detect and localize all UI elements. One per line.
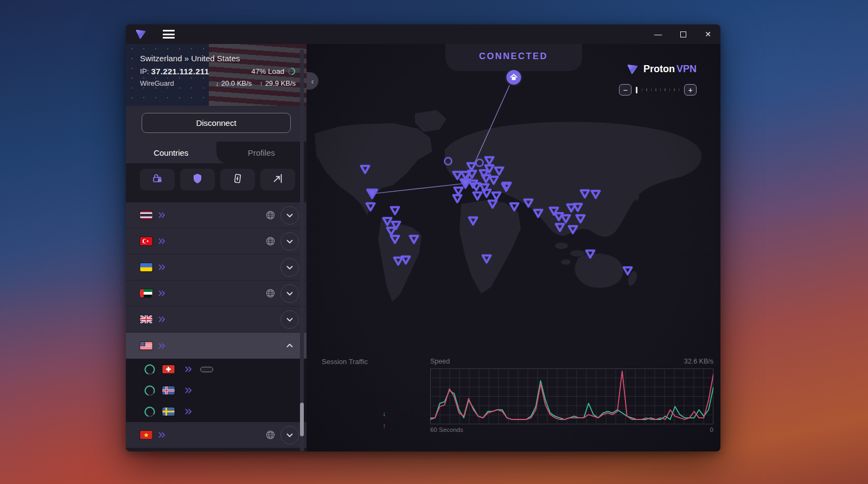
country-row-th[interactable] — [126, 202, 307, 228]
flag-ae-icon — [140, 289, 152, 297]
home-icon — [509, 73, 518, 82]
maximize-button[interactable] — [671, 24, 695, 44]
expand-country-button[interactable] — [280, 310, 299, 329]
scrollbar-thumb[interactable] — [300, 403, 304, 436]
minimize-button[interactable]: — — [646, 24, 671, 44]
brand-logo: Proton VPN — [625, 62, 697, 77]
connected-banner: CONNECTED — [445, 44, 582, 71]
up-arrow-icon: ↑ — [259, 79, 263, 87]
server-row-ch[interactable] — [126, 359, 307, 380]
flag-vn-icon — [140, 431, 152, 439]
double-chevron-icon — [158, 431, 166, 438]
tab-countries[interactable]: Countries — [126, 142, 216, 163]
double-chevron-icon — [158, 290, 166, 297]
titlebar: — ✕ — [126, 24, 720, 44]
secure-core-button[interactable] — [140, 169, 175, 190]
server-marker[interactable] — [624, 268, 632, 275]
globe-icon — [265, 236, 276, 246]
server-load-ring — [144, 385, 156, 397]
brand-vpn-text: VPN — [676, 63, 697, 75]
globe-icon — [265, 288, 276, 298]
country-row-vn[interactable] — [126, 422, 307, 448]
expand-country-button[interactable] — [280, 284, 299, 303]
netshield-button[interactable] — [180, 169, 215, 190]
kill-switch-icon — [232, 173, 244, 187]
stat-row — [322, 371, 429, 384]
stat-row — [322, 396, 429, 408]
server-marker[interactable] — [473, 183, 481, 190]
country-row-tr[interactable] — [126, 228, 307, 254]
proton-logo-icon — [133, 27, 148, 41]
zoom-out-button[interactable]: − — [619, 84, 631, 95]
header-down-speed: 20.0 KB/s — [221, 79, 252, 87]
flag-se-icon — [162, 407, 175, 416]
speed-chart: Speed 32.6 KB/s 60 Seconds 0 — [430, 358, 713, 433]
flag-th-icon — [140, 211, 152, 219]
expand-country-button[interactable] — [280, 258, 299, 277]
map-zoom-control: − + — [619, 84, 697, 95]
chart-grid — [430, 368, 713, 424]
filter-bar — [126, 163, 307, 197]
country-row-us[interactable] — [126, 333, 307, 359]
proton-triangle-icon — [625, 62, 640, 77]
flag-gb-icon — [140, 315, 152, 323]
server-load-ring — [288, 67, 296, 75]
server-marker[interactable] — [391, 207, 399, 214]
connection-route: Switzerland » United States — [140, 54, 296, 63]
zoom-in-button[interactable]: + — [684, 84, 697, 95]
server-marker[interactable] — [455, 188, 463, 195]
server-load-ring — [144, 364, 156, 375]
close-button[interactable]: ✕ — [695, 24, 720, 44]
server-load-label: 47% Load — [251, 67, 284, 75]
chart-series-up — [430, 371, 713, 419]
country-row-ae[interactable] — [126, 281, 307, 307]
flag-us-icon — [140, 342, 152, 350]
sidebar: Switzerland » United States IP: 37.221.1… — [126, 44, 307, 451]
tab-profiles[interactable]: Profiles — [216, 142, 307, 163]
stat-arrow-icon: ↓ — [380, 410, 388, 418]
expand-country-button[interactable] — [280, 232, 299, 251]
server-disconnect-button[interactable] — [200, 367, 213, 372]
country-row-ua[interactable] — [126, 254, 307, 281]
list-scrollbar[interactable] — [300, 49, 304, 451]
server-marker[interactable] — [474, 193, 482, 200]
expand-country-button[interactable] — [280, 206, 299, 225]
double-chevron-icon — [158, 238, 166, 245]
expand-country-button[interactable] — [280, 426, 299, 444]
chart-x-right-label: 0 — [710, 426, 713, 433]
server-marker[interactable] — [493, 193, 501, 200]
protocol-label: WireGuard — [140, 79, 174, 87]
menu-hamburger-icon[interactable] — [163, 30, 175, 39]
netshield-icon — [192, 173, 203, 187]
header-up-speed: 29.9 KB/s — [265, 79, 296, 87]
expand-country-button[interactable] — [280, 336, 299, 355]
home-marker[interactable] — [505, 68, 522, 86]
session-traffic-panel: Session Traffic ↓↑ — [322, 358, 429, 432]
zoom-slider-thumb[interactable] — [636, 87, 637, 93]
stat-row: ↑ — [322, 420, 429, 432]
double-chevron-icon — [184, 366, 193, 373]
server-marker[interactable] — [454, 195, 462, 202]
chart-series-down — [430, 381, 713, 419]
server-row-se[interactable] — [126, 401, 307, 422]
zoom-slider-track[interactable] — [642, 88, 680, 91]
stat-row — [322, 384, 429, 396]
chart-plot-area — [430, 368, 713, 424]
double-chevron-icon — [184, 408, 193, 415]
double-chevron-icon — [184, 387, 193, 394]
server-marker[interactable] — [483, 190, 491, 197]
server-row-is[interactable] — [126, 380, 307, 401]
stat-row: ↓ — [322, 408, 429, 421]
kill-switch-button[interactable] — [220, 169, 255, 190]
globe-icon — [265, 430, 276, 440]
port-forwarding-button[interactable] — [260, 169, 295, 190]
disconnect-button[interactable]: Disconnect — [142, 113, 291, 133]
port-forwarding-icon — [272, 173, 284, 187]
chart-max-label: 32.6 KB/s — [684, 358, 713, 365]
flag-ch-icon — [162, 365, 175, 373]
connection-card: Switzerland » United States IP: 37.221.1… — [126, 44, 307, 106]
double-chevron-icon — [158, 342, 166, 349]
down-arrow-icon: ↓ — [215, 79, 219, 87]
country-row-gb[interactable] — [126, 307, 307, 333]
double-chevron-icon — [158, 212, 166, 219]
